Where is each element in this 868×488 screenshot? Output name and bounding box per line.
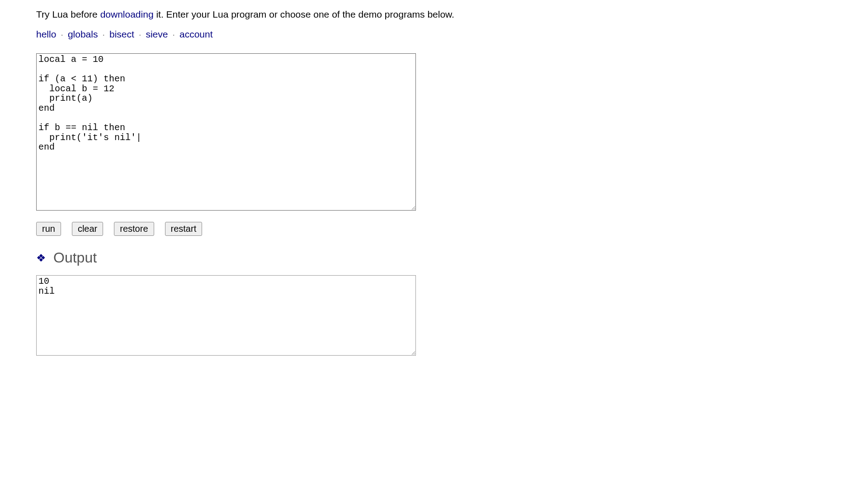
intro-text: Try Lua before downloading it. Enter you… xyxy=(36,9,832,20)
separator: · xyxy=(102,29,105,39)
separator: · xyxy=(61,29,63,39)
downloading-link[interactable]: downloading xyxy=(100,9,154,19)
demo-link-sieve[interactable]: sieve xyxy=(146,29,168,39)
restore-button[interactable]: restore xyxy=(114,222,154,236)
separator: · xyxy=(139,29,142,39)
demo-links: hello · globals · bisect · sieve · accou… xyxy=(36,29,832,40)
output-title: Output xyxy=(53,249,97,266)
separator: · xyxy=(172,29,175,39)
output-header: ❖ Output xyxy=(36,249,832,266)
output-display[interactable] xyxy=(36,275,416,356)
demo-link-globals[interactable]: globals xyxy=(68,29,98,39)
clear-button[interactable]: clear xyxy=(72,222,103,236)
diamond-icon: ❖ xyxy=(36,252,46,264)
demo-link-hello[interactable]: hello xyxy=(36,29,56,39)
button-row: run clear restore restart xyxy=(36,222,832,236)
demo-link-bisect[interactable]: bisect xyxy=(109,29,134,39)
demo-link-account[interactable]: account xyxy=(179,29,213,39)
run-button[interactable]: run xyxy=(36,222,61,236)
restart-button[interactable]: restart xyxy=(165,222,203,236)
intro-prefix: Try Lua before xyxy=(36,9,100,19)
code-input[interactable] xyxy=(36,53,416,211)
intro-suffix: it. Enter your Lua program or choose one… xyxy=(154,9,454,19)
